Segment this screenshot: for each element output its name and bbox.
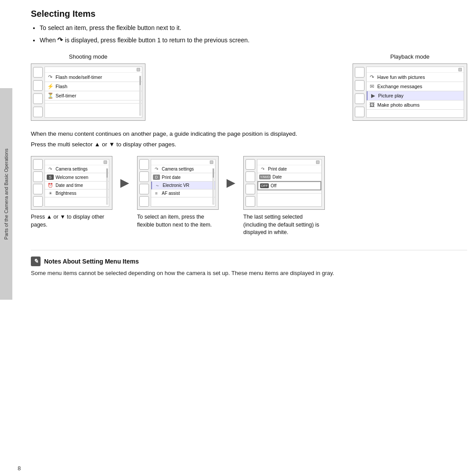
screen2: ↷ Camera settings D Print date ⏦ Electro… [151, 159, 216, 207]
s2-item-4: ≡ AF assist [151, 190, 215, 197]
pb-item-1: ↷ Have fun with pictures [367, 73, 464, 82]
screen-topbar [45, 67, 142, 73]
screen3: ↷ Print date Y/M/D Date OFF Off [257, 159, 322, 207]
modes-row: Shooting mode ↷ Flash mode/self-timer [31, 53, 467, 121]
page-number: 8 [18, 465, 21, 472]
notes-title-text: Notes About Setting Menu Items [44, 258, 139, 265]
s2-btn-4 [139, 196, 149, 207]
arrow-1: ▶ [120, 156, 129, 190]
cam-btn-pb-4 [355, 107, 364, 117]
screen1-ui: ↷ Camera settings S Welcome screen ⏰ Dat… [31, 156, 112, 210]
s3-btns [244, 156, 257, 209]
s2-scrollbar-thumb [213, 169, 214, 178]
s3-item-4 [257, 190, 321, 193]
s2-scrollbar [212, 168, 214, 205]
s2-minirect [210, 160, 213, 164]
s1-scrollbar [106, 168, 108, 205]
s3-caption: The last setting selected (including the… [243, 213, 325, 237]
section2-p2: Press the multi selector ▲ or ▼ to displ… [31, 140, 467, 149]
s1-scrollbar-thumb [107, 169, 108, 178]
s1-minirect [104, 160, 107, 164]
s1-btn-3 [33, 184, 43, 194]
s2-btn-3 [139, 184, 149, 194]
pb-item-3: ▶ Picture play [367, 91, 464, 100]
section2-p1: When the menu content continues on anoth… [31, 130, 467, 138]
s2-item-1: ↷ Camera settings [151, 165, 215, 173]
shooting-screen: ↷ Flash mode/self-timer ⚡ Flash ⏳ Self-t… [45, 67, 142, 118]
s2-topbar [151, 160, 215, 165]
s1-topbar [45, 160, 109, 165]
s3-item-1: ↷ Print date [257, 165, 321, 173]
cam-btn-2 [33, 80, 43, 91]
s1-btn-2 [33, 171, 43, 182]
s3-minirect [316, 160, 320, 164]
screen2-ui: ↷ Camera settings D Print date ⏦ Electro… [137, 156, 219, 210]
pb-item-4: 🖼 Make photo albums [367, 100, 464, 110]
s3-btn-3 [245, 184, 255, 194]
screen-block-3: ↷ Print date Y/M/D Date OFF Off [243, 156, 325, 237]
mini-rect [137, 68, 140, 71]
cam-btn-3 [33, 93, 43, 104]
screen1: ↷ Camera settings S Welcome screen ⏰ Dat… [45, 159, 109, 207]
section2: When the menu content continues on anoth… [31, 130, 467, 149]
s2-caption: To select an item, press the flexible bu… [137, 213, 219, 229]
s1-item-4: ☀ Brightness [45, 190, 109, 197]
notes-text: Some menu items cannot be selected depen… [31, 269, 467, 278]
cam-btn-pb-2 [355, 80, 364, 91]
playback-mode-block: Playback mode ↷ Have fun with pictures [353, 53, 467, 121]
playback-screen: ↷ Have fun with pictures ✉ Exchange mess… [366, 67, 464, 118]
s2-btn-1 [139, 159, 149, 170]
notes-title: ✎ Notes About Setting Menu Items [31, 257, 467, 266]
screen-block-1: ↷ Camera settings S Welcome screen ⏰ Dat… [31, 156, 112, 229]
s2-btns [138, 156, 151, 209]
s1-btns [31, 156, 45, 209]
cam-buttons-pb [353, 64, 366, 120]
shoot-item-4 [45, 100, 142, 104]
notes-section: ✎ Notes About Setting Menu Items Some me… [31, 250, 467, 278]
main-content: Selecting Items To select an item, press… [18, 9, 467, 467]
screen3-ui: ↷ Print date Y/M/D Date OFF Off [243, 156, 325, 210]
s2-item-2: D Print date [151, 173, 215, 182]
s1-item-1: ↷ Camera settings [45, 165, 109, 173]
cam-btn-4 [33, 107, 43, 117]
s3-item-2: Y/M/D Date [257, 173, 321, 181]
playback-mode-label: Playback mode [390, 53, 430, 60]
screen-block-2: ↷ Camera settings D Print date ⏦ Electro… [137, 156, 219, 229]
s1-btn-1 [33, 159, 43, 170]
shoot-item-2: ⚡ Flash [45, 82, 142, 91]
shooting-mode-block: Shooting mode ↷ Flash mode/self-timer [31, 53, 145, 121]
s3-btn-4 [245, 196, 255, 207]
shooting-mode-label: Shooting mode [69, 53, 107, 60]
shoot-item-3: ⏳ Self-timer [45, 91, 142, 100]
side-tab: Parts of the Camera and Basic Operations [0, 88, 12, 300]
s1-item-3: ⏰ Date and time [45, 182, 109, 190]
s3-btn-2 [245, 171, 255, 182]
scrollbar [139, 76, 141, 115]
shoot-item-1: ↷ Flash mode/self-timer [45, 73, 142, 82]
cam-buttons-left [31, 64, 45, 120]
notes-icon: ✎ [31, 257, 41, 266]
cam-btn-pb-1 [355, 67, 364, 78]
shooting-mode-ui: ↷ Flash mode/self-timer ⚡ Flash ⏳ Self-t… [31, 63, 145, 121]
cam-btn-1 [33, 67, 43, 78]
s3-item-3: OFF Off [257, 181, 321, 190]
pb-mini-rect [458, 68, 462, 71]
s1-btn-4 [33, 196, 43, 207]
bullet-1: To select an item, press the flexible bu… [40, 23, 467, 33]
scrollbar-thumb [140, 76, 141, 85]
playback-mode-ui: ↷ Have fun with pictures ✉ Exchange mess… [353, 63, 467, 121]
s3-topbar [257, 160, 321, 165]
arrow-2: ▶ [227, 156, 235, 190]
pb-item-2: ✉ Exchange messages [367, 82, 464, 91]
screens-row: ↷ Camera settings S Welcome screen ⏰ Dat… [31, 156, 467, 237]
s2-btn-2 [139, 171, 149, 182]
s1-caption: Press ▲ or ▼ to display other pages. [31, 213, 112, 229]
bullet-2: When ↷ is displayed, press flexible butt… [40, 35, 467, 45]
s3-btn-1 [245, 159, 255, 170]
pb-topbar [367, 67, 464, 73]
page-title: Selecting Items [31, 9, 467, 19]
bullets-list: To select an item, press the flexible bu… [31, 23, 467, 45]
side-tab-label: Parts of the Camera and Basic Operations [3, 149, 9, 240]
cam-btn-pb-3 [355, 93, 364, 104]
s1-item-2: S Welcome screen [45, 173, 109, 182]
